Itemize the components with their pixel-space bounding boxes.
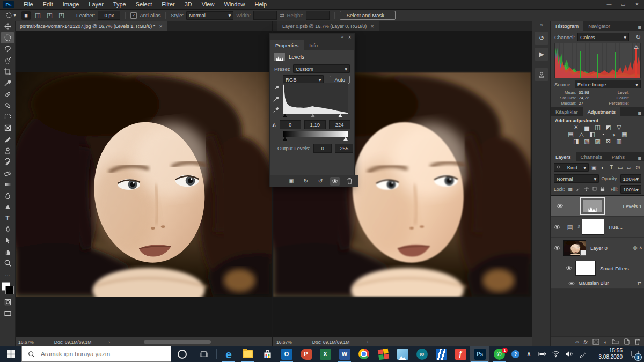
actions-panel-icon[interactable]: ▶ [535,48,548,61]
menu-image[interactable]: Image [58,0,84,9]
gaussian-blur-visibility-icon[interactable] [567,281,576,286]
blur-tool[interactable] [1,190,14,201]
taskbar-app-edge[interactable]: e [219,346,238,362]
tray-show-hidden-icons[interactable]: ∧ [522,346,536,362]
horizontal-scrollbar[interactable] [144,340,211,344]
left-document-canvas[interactable] [15,31,272,337]
source-select[interactable]: Entire Image▾ [575,80,641,88]
fill-select[interactable]: 100%▾ [620,185,641,194]
menu-view[interactable]: View [197,0,219,9]
healing-brush-tool[interactable] [1,100,14,111]
white-point-eyedropper-icon[interactable] [273,106,280,113]
output-shadow-slider[interactable] [283,137,287,141]
background-color[interactable] [5,286,14,294]
layer-row-smart-filters[interactable]: Smart Filters [551,258,644,278]
toggle-visibility-icon[interactable] [330,177,340,186]
tray-volume-icon[interactable] [562,346,576,362]
tab-histogram[interactable]: Histogram [551,21,583,31]
taskbar-app-photoshop[interactable]: Ps [470,346,489,362]
clone-source-panel-icon[interactable] [535,68,548,81]
elliptical-marquee-tool[interactable] [1,32,14,43]
gradient-map-icon[interactable]: ▥ [615,138,624,145]
selection-mode-subtract[interactable]: ◰ [45,11,54,20]
smart-filter-indicator[interactable]: ◎∧ [633,245,642,250]
panel-menu-icon[interactable]: ≡ [638,24,644,31]
new-layer-icon[interactable] [624,338,630,346]
taskbar-app-excel[interactable]: X [316,346,335,362]
delete-layer-icon[interactable] [634,338,640,346]
menu-window[interactable]: Window [219,0,250,9]
midtone-input[interactable] [304,120,326,129]
view-previous-state-icon[interactable]: ↻ [301,177,311,186]
swap-dimensions-icon[interactable]: ⇄ [280,12,284,18]
type-tool[interactable]: T [1,212,14,224]
layer-row-layer-0[interactable]: Layer 0 ◎∧ [551,238,644,258]
history-panel-icon[interactable]: ↺ [535,32,548,45]
zoom-level-left[interactable]: 16,67% [18,339,34,345]
patch-tool[interactable] [1,111,14,122]
hue-saturation-icon[interactable]: ▤ [567,131,575,138]
crop-tool[interactable] [1,66,14,77]
tab-adjustments[interactable]: Adjustments [583,107,620,116]
photo-filter-icon[interactable]: ◔ [599,131,608,138]
new-group-icon[interactable] [612,339,619,345]
maximize-button[interactable]: ▭ [616,0,630,9]
filter-type-layers-icon[interactable]: T [608,165,615,171]
start-button[interactable] [0,346,21,362]
color-lookup-icon[interactable]: ▦ [620,131,629,138]
lock-all-icon[interactable] [600,186,605,193]
expand-panels-icon[interactable]: « [540,21,543,28]
tab-info[interactable]: Info [304,40,323,50]
layer-visibility-icon[interactable] [553,203,566,209]
selection-mode-intersect[interactable]: ◳ [57,11,66,20]
taskbar-app-word[interactable]: W [335,346,354,362]
taskbar-app-puzzle[interactable] [374,346,393,362]
uncached-data-warning-icon[interactable]: ⚠ [634,44,639,50]
exposure-icon[interactable]: ◩ [604,124,613,131]
shadow-input-slider[interactable] [283,114,287,117]
layer-row-hue[interactable]: ▤ ∞ Hue... [551,217,644,238]
brush-tool[interactable] [1,134,14,145]
eyedropper-tool[interactable] [1,77,14,88]
tab-navigator[interactable]: Navigator [583,21,615,31]
add-mask-icon[interactable] [592,339,599,346]
selection-mode-new[interactable]: ■ [21,11,31,20]
filter-blending-options-icon[interactable]: ⇄ [637,280,641,286]
taskbar-app-blue[interactable] [431,346,451,362]
lasso-tool[interactable] [1,43,14,55]
frame-tool[interactable] [1,122,14,134]
menu-3d[interactable]: 3D [180,0,197,9]
threshold-icon[interactable]: ▨ [594,138,602,145]
levels-thumbnail[interactable] [580,197,605,215]
layer-filter-toggle[interactable]: ⊙ [634,165,641,171]
gaussian-blur-label[interactable]: Gaussian Blur [579,280,609,286]
black-point-eyedropper-icon[interactable] [273,85,280,92]
tray-wifi-icon[interactable] [549,346,562,362]
menu-layer[interactable]: Layer [84,0,108,9]
menu-file[interactable]: File [19,0,38,9]
dodge-tool[interactable] [1,201,14,212]
refresh-histogram-icon[interactable]: ↻ [636,34,641,41]
left-doc-tab[interactable]: portrait-face-woman-1421207.jpg @ 16,7% … [15,21,167,31]
menu-filter[interactable]: Filter [157,0,179,9]
photoshop-logo[interactable]: Ps [3,1,14,8]
zoom-tool[interactable] [1,257,14,269]
tab-layers[interactable]: Layers [551,152,576,161]
curves-icon[interactable]: ◫ [594,124,602,131]
tool-preset-icon[interactable]: ▾ [3,10,19,21]
selection-mode-add[interactable]: ◫ [33,11,42,20]
highlight-input-slider[interactable] [338,114,342,117]
collapse-panel-icon[interactable]: « [341,35,343,40]
doc-size-left[interactable]: Doc: 69,1M/69,1M [54,339,91,345]
channel-select[interactable]: Colors▾ [577,33,629,41]
levels-adjustment-icon[interactable]: ▅ [583,124,591,131]
layer-row-levels-1[interactable]: Levels 1 [551,195,644,217]
vibrance-icon[interactable]: ▽ [615,124,624,131]
tab-paths[interactable]: Paths [607,152,630,161]
foreground-background-colors[interactable] [1,282,14,294]
mask-link-icon[interactable]: ∞ [576,225,582,228]
close-tab-icon[interactable]: ✕ [370,24,374,29]
spot-healing-brush-tool[interactable] [1,88,14,100]
taskbar-app-chrome[interactable] [354,346,374,362]
close-tab-icon[interactable]: ✕ [159,24,163,29]
